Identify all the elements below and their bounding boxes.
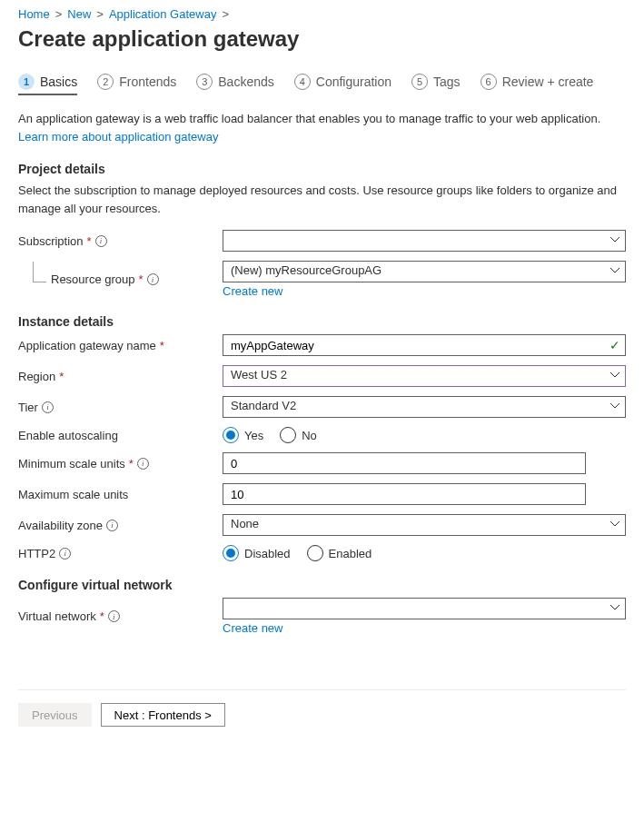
info-icon[interactable]: i [59, 548, 71, 560]
breadcrumb-separator: > [96, 7, 104, 21]
tab-label: Review + create [502, 74, 594, 89]
breadcrumb-home[interactable]: Home [18, 7, 50, 21]
required-asterisk: * [139, 272, 144, 286]
required-asterisk: * [59, 370, 64, 383]
gateway-name-label: Application gateway name * [18, 339, 223, 352]
info-icon[interactable]: i [95, 235, 107, 247]
autoscaling-yes-radio[interactable]: Yes [223, 427, 263, 443]
subscription-label: Subscription * i [18, 234, 223, 248]
create-new-rg-link[interactable]: Create new [223, 284, 282, 298]
tab-frontends[interactable]: 2 Frontends [97, 74, 176, 95]
region-select[interactable]: West US 2 [223, 365, 626, 387]
breadcrumb-separator: > [55, 7, 63, 21]
info-icon[interactable]: i [42, 401, 54, 413]
tab-step-number: 3 [196, 74, 213, 90]
tab-configuration[interactable]: 4 Configuration [294, 74, 391, 95]
section-instance-details: Instance details [18, 314, 626, 329]
tab-basics[interactable]: 1 Basics [18, 74, 77, 95]
section-project-sub: Select the subscription to manage deploy… [18, 182, 626, 217]
tier-label: Tier i [18, 401, 223, 414]
resource-group-label: Resource group * i [18, 272, 223, 286]
region-label: Region * [18, 370, 223, 383]
resource-group-select[interactable]: (New) myResourceGroupAG [223, 261, 626, 282]
create-new-vnet-link[interactable]: Create new [223, 621, 282, 635]
wizard-tabs: 1 Basics 2 Frontends 3 Backends 4 Config… [18, 74, 626, 95]
info-icon[interactable]: i [137, 458, 149, 470]
section-virtual-network: Configure virtual network [18, 578, 626, 592]
required-asterisk: * [100, 609, 104, 623]
tab-step-number: 2 [97, 74, 114, 90]
tab-label: Configuration [316, 74, 391, 89]
tab-step-number: 4 [294, 74, 311, 90]
min-scale-input[interactable] [223, 452, 586, 474]
tier-select[interactable]: Standard V2 [223, 396, 626, 418]
min-scale-label: Minimum scale units * i [18, 457, 223, 470]
required-asterisk: * [87, 234, 92, 248]
info-icon[interactable]: i [106, 520, 118, 531]
tab-label: Basics [40, 74, 77, 89]
radio-icon [223, 545, 239, 561]
breadcrumb-new[interactable]: New [67, 7, 91, 21]
virtual-network-select[interactable] [223, 598, 626, 619]
breadcrumb-application-gateway[interactable]: Application Gateway [109, 7, 217, 21]
tab-backends[interactable]: 3 Backends [196, 74, 273, 95]
tab-step-number: 5 [411, 74, 428, 90]
subscription-select[interactable] [223, 230, 626, 252]
autoscaling-no-radio[interactable]: No [280, 427, 317, 443]
gateway-name-input[interactable] [223, 334, 626, 356]
intro-text: An application gateway is a web traffic … [18, 110, 626, 145]
info-icon[interactable]: i [108, 610, 120, 622]
max-scale-input[interactable] [223, 483, 586, 505]
http2-label: HTTP2 i [18, 547, 223, 560]
tab-label: Backends [218, 74, 273, 89]
http2-enabled-radio[interactable]: Enabled [307, 545, 372, 561]
breadcrumb: Home > New > Application Gateway > [18, 0, 626, 21]
http2-disabled-radio[interactable]: Disabled [223, 545, 291, 561]
learn-more-link[interactable]: Learn more about application gateway [18, 130, 218, 144]
tab-step-number: 6 [481, 74, 497, 90]
radio-icon [280, 427, 296, 443]
autoscaling-label: Enable autoscaling [18, 429, 223, 442]
radio-icon [223, 427, 239, 443]
breadcrumb-separator: > [222, 7, 229, 21]
tab-step-number: 1 [18, 74, 35, 90]
max-scale-label: Maximum scale units [18, 488, 223, 501]
tab-label: Tags [433, 74, 461, 89]
next-button[interactable]: Next : Frontends > [101, 703, 225, 727]
previous-button: Previous [18, 703, 92, 727]
info-icon[interactable]: i [147, 273, 159, 285]
section-project-details: Project details [18, 162, 626, 176]
virtual-network-label: Virtual network * i [18, 609, 223, 623]
footer-actions: Previous Next : Frontends > [18, 689, 626, 727]
tab-label: Frontends [119, 74, 176, 89]
availability-zone-select[interactable]: None [223, 514, 626, 536]
required-asterisk: * [129, 457, 134, 470]
tab-review-create[interactable]: 6 Review + create [481, 74, 594, 95]
radio-icon [307, 545, 323, 561]
tab-tags[interactable]: 5 Tags [411, 74, 461, 95]
page-title: Create application gateway [18, 26, 626, 52]
availability-zone-label: Availability zone i [18, 519, 223, 532]
required-asterisk: * [160, 339, 164, 352]
